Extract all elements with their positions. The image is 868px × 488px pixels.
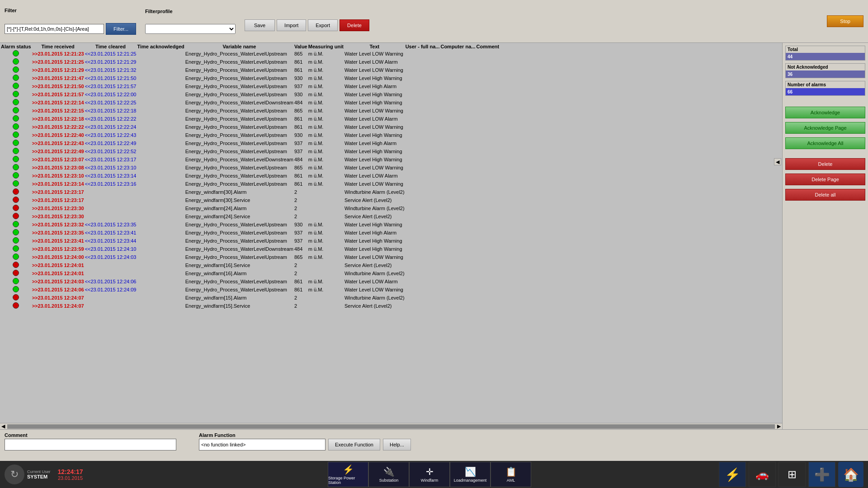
acknowledge-page-button[interactable]: Acknowledge Page: [785, 122, 865, 134]
time-acknowledged-cell: [137, 197, 184, 204]
nav-loadmanagement[interactable]: 📉 Loadmanagement: [450, 462, 491, 487]
filterprofile-select[interactable]: [145, 24, 236, 34]
value-cell: 2: [294, 302, 307, 310]
status-dot: [13, 75, 19, 81]
variable-name-cell: Energy_Hydro_Process_WaterLevelDownstrea…: [185, 156, 293, 163]
acknowledge-button[interactable]: Acknowledge: [785, 107, 865, 118]
variable-name-cell: Energy_Hydro_Process_WaterLevelUpstream: [185, 75, 293, 82]
status-dot: [13, 148, 19, 154]
right-delete-all-button[interactable]: Delete all: [785, 189, 865, 201]
horizontal-scrollbar[interactable]: ◀ ▶: [0, 423, 782, 429]
text-cell: Water Level LOW Alarm: [344, 172, 405, 179]
table-row[interactable]: >>23.01.2015 12:23:35 <<23.01.2015 12:23…: [1, 229, 499, 236]
variable-name-cell: Energy_Hydro_Process_WaterLevelDownstrea…: [185, 245, 293, 253]
stop-button[interactable]: Stop: [827, 15, 863, 27]
table-row[interactable]: >>23.01.2015 12:22:14 <<23.01.2015 12:22…: [1, 99, 499, 106]
table-row[interactable]: >>23.01.2015 12:21:47 <<23.01.2015 12:21…: [1, 75, 499, 82]
nav-windfarm[interactable]: ✛ Windfarm: [409, 462, 450, 487]
time-cleared-cell: <<23.01.2015 12:21:57: [85, 83, 137, 90]
time-cleared-cell: [85, 205, 137, 212]
table-row[interactable]: >>23.01.2015 12:23:30 Energy_windfarm[24…: [1, 213, 499, 220]
table-row[interactable]: >>23.01.2015 12:22:22 <<23.01.2015 12:22…: [1, 123, 499, 131]
power-tower-icon[interactable]: ⚡: [719, 462, 746, 487]
user-cell: [406, 164, 440, 171]
unit-cell: [308, 197, 344, 204]
table-row[interactable]: >>23.01.2015 12:22:40 <<23.01.2015 12:22…: [1, 131, 499, 139]
nav-substation[interactable]: 🔌 Substation: [368, 462, 409, 487]
table-row[interactable]: >>23.01.2015 12:24:06 <<23.01.2015 12:24…: [1, 286, 499, 293]
table-row[interactable]: >>23.01.2015 12:24:07 Energy_windfarm[15…: [1, 302, 499, 310]
help-button[interactable]: Help...: [383, 439, 411, 450]
taskbar-right: ⚡ 🚗 ⊞ ➕ 🏠: [719, 462, 863, 487]
text-cell: Water Level LOW Alarm: [344, 58, 405, 66]
table-row[interactable]: >>23.01.2015 12:21:25 <<23.01.2015 12:21…: [1, 58, 499, 66]
computer-cell: [440, 180, 475, 188]
home-button[interactable]: 🏠: [838, 462, 863, 487]
variable-name-cell: Energy_Hydro_Process_WaterLevelUpstream: [185, 229, 293, 236]
comment-cell: [476, 270, 499, 277]
table-row[interactable]: >>23.01.2015 12:22:18 <<23.01.2015 12:22…: [1, 115, 499, 122]
table-row[interactable]: >>23.01.2015 12:24:03 <<23.01.2015 12:24…: [1, 278, 499, 285]
user-cell: [406, 302, 440, 310]
nav-aml[interactable]: 📋 AML: [491, 462, 531, 487]
table-row[interactable]: >>23.01.2015 12:21:23 <<23.01.2015 12:21…: [1, 50, 499, 57]
right-delete-button[interactable]: Delete: [785, 158, 865, 170]
table-row[interactable]: >>23.01.2015 12:21:50 <<23.01.2015 12:21…: [1, 83, 499, 90]
acknowledge-all-button[interactable]: Acknowledge All: [785, 137, 865, 149]
table-row[interactable]: >>23.01.2015 12:24:07 Energy_windfarm[15…: [1, 294, 499, 301]
filter-section: Filter Filter...: [5, 8, 136, 35]
delete-button[interactable]: Delete: [340, 19, 369, 31]
export-button[interactable]: Export: [308, 19, 338, 31]
table-row[interactable]: >>23.01.2015 12:22:49 <<23.01.2015 12:22…: [1, 148, 499, 155]
unit-cell: m ü.M.: [308, 66, 344, 74]
alarm-function-input[interactable]: [199, 439, 326, 450]
status-dot: [13, 123, 19, 130]
panel-expand-icon[interactable]: ◀: [774, 158, 781, 165]
table-row[interactable]: >>23.01.2015 12:23:17 Energy_windfarm[30…: [1, 197, 499, 204]
user-cell: [406, 270, 440, 277]
user-cell: [406, 213, 440, 220]
import-button[interactable]: Import: [277, 19, 306, 31]
user-cell: [406, 237, 440, 244]
table-row[interactable]: >>23.01.2015 12:23:59 <<23.01.2015 12:24…: [1, 245, 499, 253]
value-cell: 865: [294, 164, 307, 171]
table-row[interactable]: >>23.01.2015 12:24:01 Energy_windfarm[16…: [1, 262, 499, 269]
status-cell: [1, 262, 31, 269]
unit-cell: m ü.M.: [308, 83, 344, 90]
comment-input[interactable]: [5, 439, 176, 450]
text-cell: Windturbine Alarm (Level2): [344, 188, 405, 196]
scroll-track[interactable]: [7, 424, 775, 429]
table-row[interactable]: >>23.01.2015 12:23:41 <<23.01.2015 12:23…: [1, 237, 499, 244]
table-row[interactable]: >>23.01.2015 12:22:43 <<23.01.2015 12:22…: [1, 140, 499, 147]
save-button[interactable]: Save: [245, 19, 275, 31]
scroll-right-arrow[interactable]: ▶: [776, 423, 782, 429]
table-row[interactable]: >>23.01.2015 12:23:17 Energy_windfarm[30…: [1, 188, 499, 196]
total-label: Total: [786, 46, 865, 53]
time-received-cell: >>23.01.2015 12:23:41: [32, 237, 84, 244]
table-row[interactable]: >>23.01.2015 12:24:00 <<23.01.2015 12:24…: [1, 253, 499, 261]
time-cleared-cell: <<23.01.2015 12:22:24: [85, 123, 137, 131]
table-row[interactable]: >>23.01.2015 12:22:15 <<23.01.2015 12:22…: [1, 107, 499, 114]
grid-icon[interactable]: ⊞: [778, 462, 806, 487]
table-row[interactable]: >>23.01.2015 12:21:57 <<23.01.2015 12:22…: [1, 91, 499, 98]
variable-name-cell: Energy_windfarm[16].Alarm: [185, 270, 293, 277]
vehicle-icon[interactable]: 🚗: [749, 462, 776, 487]
right-delete-page-button[interactable]: Delete Page: [785, 174, 865, 185]
filter-button[interactable]: Filter...: [106, 23, 136, 35]
table-row[interactable]: >>23.01.2015 12:23:14 <<23.01.2015 12:23…: [1, 180, 499, 188]
alarm-table[interactable]: Alarm status Time received Time cleared …: [0, 43, 782, 423]
status-cell: [1, 140, 31, 147]
table-row[interactable]: >>23.01.2015 12:21:29 <<23.01.2015 12:21…: [1, 66, 499, 74]
table-row[interactable]: >>23.01.2015 12:23:08 <<23.01.2015 12:23…: [1, 164, 499, 171]
add-icon[interactable]: ➕: [808, 462, 835, 487]
table-row[interactable]: >>23.01.2015 12:23:30 Energy_windfarm[24…: [1, 205, 499, 212]
table-row[interactable]: >>23.01.2015 12:23:07 <<23.01.2015 12:23…: [1, 156, 499, 163]
scroll-left-arrow[interactable]: ◀: [0, 423, 6, 429]
time-cleared-cell: <<23.01.2015 12:22:49: [85, 140, 137, 147]
table-row[interactable]: >>23.01.2015 12:24:01 Energy_windfarm[16…: [1, 270, 499, 277]
table-row[interactable]: >>23.01.2015 12:23:32 <<23.01.2015 12:23…: [1, 221, 499, 228]
nav-storage-power-station[interactable]: ⚡ Storage Power Station: [328, 462, 368, 487]
execute-function-button[interactable]: Execute Function: [328, 439, 380, 450]
table-row[interactable]: >>23.01.2015 12:23:10 <<23.01.2015 12:23…: [1, 172, 499, 179]
filter-input[interactable]: [5, 24, 104, 34]
